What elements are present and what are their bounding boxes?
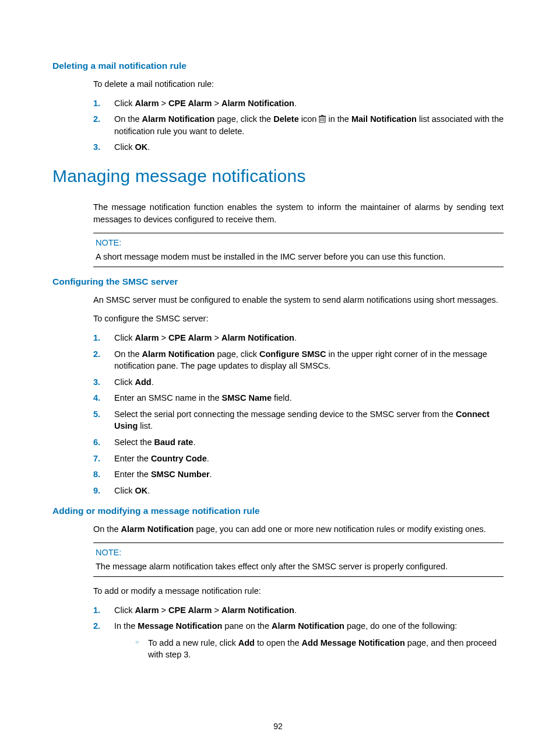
step-text: On the Alarm Notification page, click th… bbox=[114, 114, 504, 136]
step-text: Click OK. bbox=[114, 142, 150, 152]
sub-list: To add a new rule, click Add to open the… bbox=[135, 637, 504, 661]
list-item: 7. Enter the Country Code. bbox=[93, 453, 504, 465]
step-number: 5. bbox=[93, 408, 100, 421]
step-number: 8. bbox=[93, 468, 100, 481]
note-box: NOTE: A short message modem must be inst… bbox=[93, 233, 504, 267]
list-item: 1. Click Alarm > CPE Alarm > Alarm Notif… bbox=[93, 604, 504, 617]
paragraph: To add or modify a message notification … bbox=[93, 585, 504, 597]
note-label: NOTE: bbox=[96, 237, 501, 249]
list-item: 6. Select the Baud rate. bbox=[93, 436, 504, 449]
step-number: 1. bbox=[93, 97, 100, 110]
note-box: NOTE: The message alarm notification tak… bbox=[93, 542, 504, 577]
list-item: 2. On the Alarm Notification page, click… bbox=[93, 113, 504, 137]
step-text: Select the serial port connecting the me… bbox=[114, 410, 490, 431]
heading-managing-message-notifications: Managing message notifications bbox=[52, 164, 504, 189]
step-number: 1. bbox=[93, 332, 100, 344]
list-item: 4. Enter an SMSC name in the SMSC Name f… bbox=[93, 392, 504, 404]
page-number: 92 bbox=[0, 721, 556, 733]
heading-deleting-mail-rule: Deleting a mail notification rule bbox=[52, 60, 504, 72]
step-text: In the Message Notification pane on the … bbox=[114, 621, 457, 631]
paragraph: The message notification function enable… bbox=[93, 201, 504, 225]
step-text: Click Alarm > CPE Alarm > Alarm Notifica… bbox=[114, 99, 297, 108]
step-text: Click Add. bbox=[114, 377, 154, 387]
step-number: 6. bbox=[93, 436, 100, 449]
svg-rect-5 bbox=[321, 115, 323, 116]
paragraph: To configure the SMSC server: bbox=[93, 313, 504, 325]
list-item: 1. Click Alarm > CPE Alarm > Alarm Notif… bbox=[93, 332, 504, 344]
list-item: 9. Click OK. bbox=[93, 485, 504, 497]
step-number: 2. bbox=[93, 113, 100, 125]
note-text: A short message modem must be installed … bbox=[96, 251, 501, 263]
list-item: 8. Enter the SMSC Number. bbox=[93, 468, 504, 481]
step-text: Enter the SMSC Number. bbox=[114, 470, 212, 479]
note-label: NOTE: bbox=[96, 547, 501, 559]
step-text: Enter an SMSC name in the SMSC Name fiel… bbox=[114, 393, 292, 402]
intro-text: To delete a mail notification rule: bbox=[93, 78, 504, 90]
list-item: 1. Click Alarm > CPE Alarm > Alarm Notif… bbox=[93, 97, 504, 110]
trash-icon bbox=[319, 114, 326, 123]
list-item: 5. Select the serial port connecting the… bbox=[93, 408, 504, 432]
step-number: 1. bbox=[93, 604, 100, 617]
sub-list-item: To add a new rule, click Add to open the… bbox=[135, 637, 504, 661]
list-item: 2. In the Message Notification pane on t… bbox=[93, 620, 504, 661]
step-number: 7. bbox=[93, 453, 100, 465]
step-text: Click OK. bbox=[114, 486, 150, 495]
paragraph: An SMSC server must be configured to ena… bbox=[93, 294, 504, 306]
step-number: 3. bbox=[93, 141, 100, 153]
steps-add-modify-rule: 1. Click Alarm > CPE Alarm > Alarm Notif… bbox=[93, 604, 504, 661]
list-item: 3. Click OK. bbox=[93, 141, 504, 153]
document-page: Deleting a mail notification rule To del… bbox=[0, 0, 556, 756]
paragraph: On the Alarm Notification page, you can … bbox=[93, 523, 504, 536]
heading-configuring-smsc: Configuring the SMSC server bbox=[52, 275, 504, 288]
step-text: Enter the Country Code. bbox=[114, 454, 209, 463]
step-text: Select the Baud rate. bbox=[114, 438, 195, 447]
step-number: 2. bbox=[93, 348, 100, 360]
step-text: Click Alarm > CPE Alarm > Alarm Notifica… bbox=[114, 606, 297, 615]
step-number: 4. bbox=[93, 392, 100, 404]
step-text: Click Alarm > CPE Alarm > Alarm Notifica… bbox=[114, 333, 297, 342]
list-item: 2. On the Alarm Notification page, click… bbox=[93, 348, 504, 372]
step-number: 2. bbox=[93, 620, 100, 632]
steps-delete-mail: 1. Click Alarm > CPE Alarm > Alarm Notif… bbox=[93, 97, 504, 153]
step-text: On the Alarm Notification page, click Co… bbox=[114, 349, 487, 371]
step-number: 9. bbox=[93, 485, 100, 497]
note-text: The message alarm notification takes eff… bbox=[96, 561, 501, 573]
sub-step-text: To add a new rule, click Add to open the… bbox=[148, 638, 497, 660]
step-number: 3. bbox=[93, 376, 100, 388]
heading-adding-modifying-message-rule: Adding or modifying a message notificati… bbox=[52, 505, 504, 517]
list-item: 3. Click Add. bbox=[93, 376, 504, 388]
steps-configure-smsc: 1. Click Alarm > CPE Alarm > Alarm Notif… bbox=[93, 332, 504, 496]
